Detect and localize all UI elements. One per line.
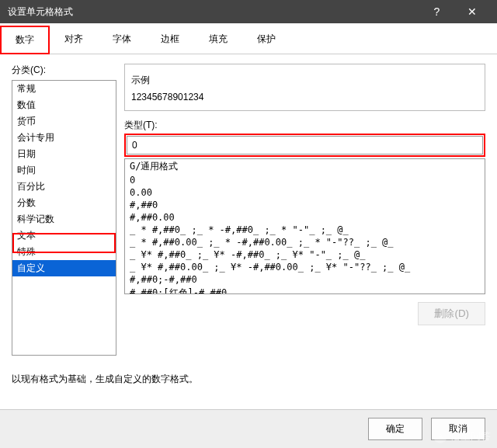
tab-strip: 数字 对齐 字体 边框 填充 保护 [0, 23, 497, 54]
type-label: 类型(T): [124, 119, 485, 132]
tab-font[interactable]: 字体 [98, 26, 146, 54]
format-item[interactable]: G/通用格式 [125, 159, 485, 174]
format-item[interactable]: #,##0.00 [125, 211, 485, 224]
delete-button: 删除(D) [418, 302, 485, 325]
format-list[interactable]: G/通用格式00.00#,##0#,##0.00_ * #,##0_ ;_ * … [124, 158, 485, 294]
tab-alignment[interactable]: 对齐 [50, 26, 98, 54]
right-panel: 示例 12345678901234 类型(T): G/通用格式00.00#,##… [124, 64, 485, 356]
content-area: 分类(C): 常规数值货币会计专用日期时间百分比分数科学记数文本特殊自定义 示例… [0, 54, 497, 365]
close-button[interactable]: ✕ [454, 0, 489, 23]
category-item[interactable]: 科学记数 [12, 211, 116, 227]
format-item[interactable]: _ * #,##0_ ;_ * -#,##0_ ;_ * "-"_ ;_ @_ [125, 224, 485, 236]
tab-protection[interactable]: 保护 [242, 26, 290, 54]
footer: 确定 取消 [0, 409, 497, 448]
category-item[interactable]: 时间 [12, 162, 116, 179]
help-button[interactable]: ? [419, 0, 454, 23]
category-item[interactable]: 自定义 [12, 260, 116, 276]
category-list[interactable]: 常规数值货币会计专用日期时间百分比分数科学记数文本特殊自定义 [12, 80, 116, 356]
category-item[interactable]: 常规 [12, 81, 116, 97]
tab-border[interactable]: 边框 [146, 26, 194, 54]
category-panel: 分类(C): 常规数值货币会计专用日期时间百分比分数科学记数文本特殊自定义 [12, 64, 116, 356]
tab-number[interactable]: 数字 [0, 26, 50, 54]
example-value: 12345678901234 [131, 92, 478, 102]
type-input-highlight [124, 134, 485, 157]
tab-fill[interactable]: 填充 [194, 26, 242, 54]
format-item[interactable]: #,##0;[红色]-#,##0 [125, 286, 485, 294]
cancel-button[interactable]: 取消 [431, 418, 485, 440]
format-item[interactable]: #,##0;-#,##0 [125, 273, 485, 286]
example-box: 示例 12345678901234 [124, 64, 485, 111]
category-item[interactable]: 文本 [12, 227, 116, 244]
category-item[interactable]: 特殊 [12, 244, 116, 260]
category-item[interactable]: 会计专用 [12, 130, 116, 146]
category-item[interactable]: 日期 [12, 146, 116, 162]
format-item[interactable]: 0.00 [125, 186, 485, 199]
category-item[interactable]: 百分比 [12, 179, 116, 195]
ok-button[interactable]: 确定 [368, 418, 422, 440]
format-item[interactable]: _ ¥* #,##0.00_ ;_ ¥* -#,##0.00_ ;_ ¥* "-… [125, 261, 485, 273]
titlebar: 设置单元格格式 ? ✕ [0, 0, 497, 23]
titlebar-text: 设置单元格格式 [8, 5, 419, 19]
delete-row: 删除(D) [124, 302, 485, 325]
category-item[interactable]: 分数 [12, 195, 116, 211]
format-item[interactable]: _ ¥* #,##0_ ;_ ¥* -#,##0_ ;_ ¥* "-"_ ;_ … [125, 248, 485, 261]
format-item[interactable]: 0 [125, 174, 485, 186]
type-input[interactable] [127, 136, 483, 155]
helper-text: 以现有格式为基础，生成自定义的数字格式。 [12, 373, 485, 386]
titlebar-controls: ? ✕ [419, 0, 489, 23]
category-item[interactable]: 货币 [12, 113, 116, 130]
format-item[interactable]: #,##0 [125, 199, 485, 211]
format-item[interactable]: _ * #,##0.00_ ;_ * -#,##0.00_ ;_ * "-"??… [125, 236, 485, 248]
example-label: 示例 [131, 74, 478, 87]
category-label: 分类(C): [12, 64, 116, 77]
category-item[interactable]: 数值 [12, 97, 116, 113]
